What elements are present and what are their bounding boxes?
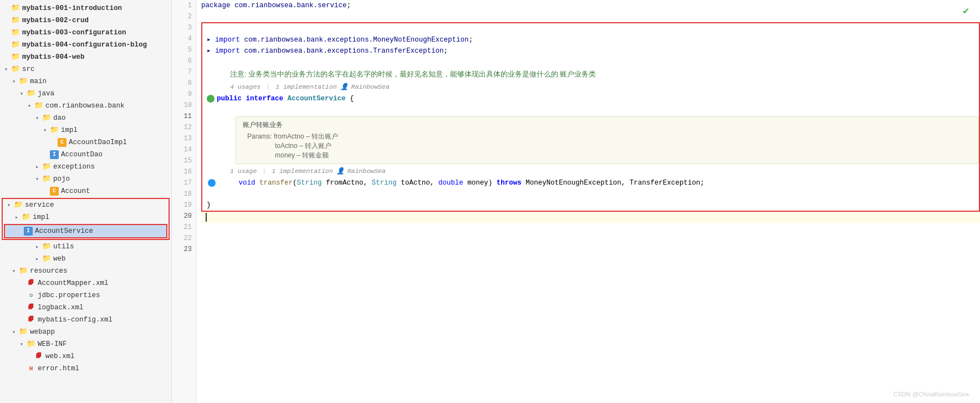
watermark: CSDN @ChinaRainbowSea [893, 391, 969, 397]
arrow-icon: ▾ [7, 202, 14, 208]
folder-icon: 📁 [11, 4, 20, 13]
code-line-comment: 注意: 业务类当中的业务方法的名字在起名字的时候，最好见名知意，能够体现出具体的… [202, 68, 979, 81]
arrow-icon: ▾ [12, 268, 19, 274]
arrow-icon: ▸ [35, 256, 42, 262]
file-tree-sidebar[interactable]: 📁 mybatis-001-introduction 📁 mybatis-002… [0, 0, 172, 403]
sidebar-item-mybatis003[interactable]: 📁 mybatis-003-configuration [0, 27, 171, 39]
sidebar-item-webxml[interactable]: 🗐 web.xml [0, 350, 171, 363]
html-icon: H [27, 364, 35, 373]
folder-icon: 📁 [11, 28, 20, 37]
folder-icon: 📁 [19, 267, 28, 276]
sidebar-item-mybatis001[interactable]: 📁 mybatis-001-introduction [0, 2, 171, 14]
author-name2: RainbowSea [348, 166, 386, 177]
code-editor[interactable]: 1 2 3 4 5 6 7 8 9 10 11 12 13 14 15 16 1… [172, 0, 980, 403]
sidebar-item-label: resources [30, 267, 68, 275]
impl-count: 1 implementation [275, 81, 336, 93]
sidebar-item-mybatis-config[interactable]: 🗐 mybatis-config.xml [0, 314, 171, 326]
doc-param-3: money – 转账金额 [247, 151, 972, 160]
sidebar-item-label: mybatis-001-introduction [22, 4, 122, 12]
sidebar-item-resources[interactable]: ▾ 📁 resources [0, 265, 171, 277]
sidebar-item-web[interactable]: ▸ 📁 web [0, 253, 171, 265]
folder-icon: 📁 [11, 16, 20, 25]
arrow-icon: ▾ [43, 127, 50, 134]
sidebar-item-accountservice[interactable]: I AccountService [5, 225, 166, 237]
sidebar-item-main[interactable]: ▾ 📁 main [0, 75, 171, 88]
folder-icon: 📁 [19, 77, 28, 86]
sidebar-item-webinf[interactable]: ▾ 📁 WEB-INF [0, 338, 171, 350]
sidebar-item-accountdao[interactable]: I AccountDao [0, 149, 171, 161]
code-line-usages1: 4 usages | 1 implementation 👤 RainbowSea [202, 81, 979, 93]
line-6: 6 [174, 55, 192, 67]
line-20: 20 [174, 211, 192, 222]
sidebar-item-mybatis004blog[interactable]: 📁 mybatis-004-configuration-blog [0, 39, 171, 51]
sidebar-item-mybatis002[interactable]: 📁 mybatis-002-crud [0, 14, 171, 27]
code-line-1: package com.rianbowsea.bank.service ; [201, 0, 980, 11]
sidebar-item-label: web.xml [45, 353, 75, 360]
sidebar-item-label: impl [61, 126, 78, 134]
line-5: 5 [174, 44, 192, 55]
folder-icon: 📁 [11, 53, 20, 62]
line-2: 2 [174, 11, 192, 22]
debug-button[interactable] [208, 179, 216, 187]
sidebar-item-mybatis004web[interactable]: 📁 mybatis-004-web [0, 51, 171, 63]
usage-count: 4 usages [230, 81, 261, 93]
person-icon: 👤 [340, 81, 348, 93]
sidebar-item-label: mybatis-003-configuration [22, 29, 126, 37]
sidebar-item-logback[interactable]: 🗐 logback.xml [0, 302, 171, 314]
sidebar-item-label: com.rianbowsea.bank [45, 102, 125, 110]
line-23: 23 [174, 244, 192, 255]
sidebar-item-accountdaoimpl[interactable]: C AccountDaoImpl [0, 136, 171, 149]
sidebar-item-label: AccountService [35, 227, 93, 235]
xml-icon: 🗐 [34, 352, 43, 361]
code-line-2 [201, 11, 980, 22]
interface-icon: I [50, 150, 59, 159]
sidebar-item-accountmapper[interactable]: 🗐 AccountMapper.xml [0, 277, 171, 289]
sidebar-item-exceptions[interactable]: ▸ 📁 exceptions [0, 161, 171, 173]
line-13: 13 [174, 133, 192, 144]
sidebar-item-label: AccountDao [61, 151, 103, 159]
line-8: 8 [174, 78, 192, 89]
code-content[interactable]: package com.rianbowsea.bank.service ; ▸ … [197, 0, 980, 403]
sidebar-item-errorhtml[interactable]: H error.html [0, 363, 171, 375]
sidebar-item-utils[interactable]: ▸ 📁 utils [0, 241, 171, 253]
sidebar-item-label: pojo [53, 175, 70, 183]
sidebar-item-service[interactable]: ▾ 📁 service [3, 199, 169, 211]
sidebar-item-src[interactable]: ▾ 📁 src [0, 63, 171, 75]
folder-icon: 📁 [11, 65, 20, 74]
sidebar-item-label: mybatis-002-crud [22, 17, 89, 24]
sidebar-item-account[interactable]: C Account [0, 185, 171, 197]
code-line-23[interactable] [201, 212, 980, 223]
line-15: 15 [174, 155, 192, 166]
line-14: 14 [174, 144, 192, 155]
sidebar-item-label: WEB-INF [38, 340, 67, 348]
sidebar-item-java[interactable]: ▾ 📁 java [0, 88, 171, 100]
line-1: 1 [174, 0, 192, 11]
sidebar-item-label: AccountMapper.xml [38, 279, 109, 287]
sidebar-item-webapp[interactable]: ▾ 📁 webapp [0, 326, 171, 338]
usage-count2: 1 usage [230, 166, 257, 177]
sidebar-item-label: mybatis-config.xml [38, 316, 113, 324]
line-16: 16 [174, 166, 192, 177]
folder-icon: 📁 [50, 126, 59, 135]
run-button[interactable] [207, 95, 215, 103]
arrow-icon: ▾ [35, 176, 42, 182]
folder-icon: 📁 [42, 254, 51, 263]
xml-icon: 🗐 [27, 279, 35, 288]
sidebar-item-label: AccountDaoImpl [69, 139, 127, 146]
sidebar-item-package[interactable]: ▾ 📁 com.rianbowsea.bank [0, 100, 171, 112]
xml-icon: 🗐 [27, 315, 35, 324]
code-line-5: ▸ import com.rianbowsea.bank.exceptions.… [202, 45, 979, 57]
sidebar-item-pojo[interactable]: ▾ 📁 pojo [0, 173, 171, 185]
sidebar-item-dao[interactable]: ▾ 📁 dao [0, 112, 171, 124]
line-numbers: 1 2 3 4 5 6 7 8 9 10 11 12 13 14 15 16 1… [172, 0, 197, 403]
sidebar-item-dao-impl[interactable]: ▾ 📁 impl [0, 124, 171, 136]
code-block-border: ▸ import com.rianbowsea.bank.exceptions.… [201, 22, 980, 212]
author-name: RainbowSea [351, 81, 390, 93]
sidebar-item-label: src [22, 65, 35, 73]
sidebar-item-jdbc[interactable]: ⚙ jdbc.properties [0, 289, 171, 302]
sidebar-item-service-impl[interactable]: ▸ 📁 impl [3, 211, 169, 223]
line-22: 22 [174, 233, 192, 244]
arrow-icon: ▾ [28, 103, 34, 109]
arrow-icon: ▸ [35, 243, 42, 250]
checkmark-icon: ✔ [963, 4, 969, 17]
